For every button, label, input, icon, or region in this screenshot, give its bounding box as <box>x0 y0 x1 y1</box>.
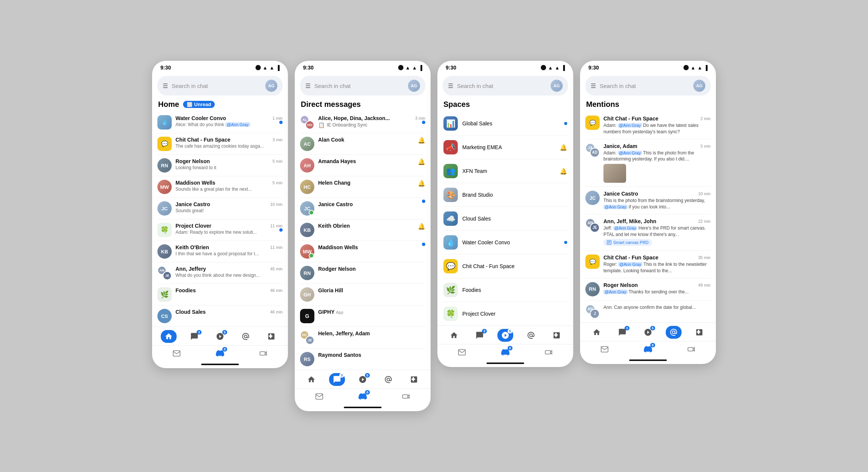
nav-spaces-3[interactable]: 5 <box>497 329 513 342</box>
section-title-3: Spaces <box>437 99 573 112</box>
chat-info: Helen, Jeffery, Adam <box>318 330 425 337</box>
list-item[interactable]: KB Keith O'Brien 11 min I thin that we h… <box>152 241 288 262</box>
hamburger-icon-1[interactable]: ☰ <box>163 82 168 89</box>
list-item[interactable]: JA AD Janice, Adam 5 min Adam: @Ann Gray… <box>580 139 716 187</box>
nav-spaces-2[interactable]: 5 <box>355 373 371 386</box>
nav-new-4[interactable] <box>691 326 707 339</box>
list-item[interactable]: 🍀 Project Clover <box>437 302 573 325</box>
tab-chat-2[interactable]: 8 <box>356 391 370 402</box>
nav-home-2[interactable] <box>303 373 319 386</box>
search-bar-2[interactable]: ☰ Search in chat AG <box>300 76 425 96</box>
nav-spaces[interactable]: 5 <box>212 330 228 343</box>
hamburger-icon-2[interactable]: ☰ <box>305 82 311 89</box>
battery-icon-1: ▐ <box>276 65 280 71</box>
chat-time: 11 min <box>270 224 283 228</box>
user-avatar-3[interactable]: AG <box>551 80 563 92</box>
list-item[interactable]: CS Cloud Sales 46 min <box>152 305 288 327</box>
list-item[interactable]: 👥 XFN Team 🔔 <box>437 159 573 183</box>
chat-time: 3 min <box>415 116 425 120</box>
nav-new-3[interactable] <box>549 329 565 342</box>
list-item[interactable]: 🌿 Foodies <box>437 278 573 302</box>
list-item[interactable]: AN JE Ann, Jeffery 45 min What do you th… <box>152 262 288 284</box>
list-item[interactable]: 📊 Global Sales <box>437 112 573 135</box>
nav-new-2[interactable] <box>406 373 422 386</box>
list-item[interactable]: 💬 Chit Chat - Fun Space <box>437 255 573 278</box>
hamburger-icon-3[interactable]: ☰ <box>448 82 453 89</box>
tab-chat-4[interactable]: 8 <box>641 344 655 355</box>
search-bar-4[interactable]: ☰ Search in chat AG <box>585 76 711 96</box>
nav-new[interactable] <box>263 330 279 343</box>
list-item[interactable]: 💧 Water Cooler Convo 1 min Alice: What d… <box>152 112 288 133</box>
list-item[interactable]: RN Roger Nelson 5 min Looking forward to… <box>152 155 288 176</box>
list-item[interactable]: RN Rodger Nelson <box>295 262 431 284</box>
list-item[interactable]: AN JE Ann, Jeff, Mike, John 22 min Jeff:… <box>580 214 716 251</box>
tab-mail-4[interactable] <box>597 344 612 355</box>
nav-home[interactable] <box>161 330 177 343</box>
list-item[interactable]: 💬 Chit Chat - Fun Space 3 min The cafe h… <box>152 133 288 154</box>
nav-chat-2[interactable]: 3 <box>329 373 345 386</box>
list-item[interactable]: ☁️ Cloud Sales <box>437 207 573 230</box>
tab-meet-1[interactable] <box>256 348 271 359</box>
avatar: MW <box>300 244 314 259</box>
nav-mentions-4[interactable] <box>666 326 682 339</box>
list-item[interactable]: JC Janice Castro 10 min This is the phot… <box>580 187 716 214</box>
nav-home-3[interactable] <box>446 329 462 342</box>
tab-mail-1[interactable] <box>169 348 184 359</box>
bottom-nav-3: 3 5 <box>437 325 573 344</box>
mention-preview: Adam: @Ann Gray Do we have the latest sa… <box>603 122 711 135</box>
user-avatar-1[interactable]: AG <box>265 80 277 92</box>
list-item[interactable]: MW Maddison Wells <box>295 241 431 262</box>
user-avatar-4[interactable]: AG <box>693 80 705 92</box>
list-item[interactable]: AN J Ann: Can anyone confirm the date fo… <box>580 301 716 322</box>
list-item[interactable]: KB Keith Obrien 🔔 <box>295 219 431 241</box>
nav-spaces-4[interactable]: 5 <box>640 326 656 339</box>
tab-meet-4[interactable] <box>684 344 699 355</box>
list-item[interactable]: JC Janice Castro 10 min Sounds great! <box>152 198 288 219</box>
tab-meet-3[interactable] <box>542 347 556 358</box>
list-item[interactable]: 📣 Marketing EMEA 🔔 <box>437 136 573 159</box>
list-item[interactable]: G GIPHY App <box>295 305 431 327</box>
search-bar-1[interactable]: ☰ Search in chat AG <box>157 76 283 96</box>
list-item[interactable]: AH Amanda Hayes 🔔 <box>295 155 431 176</box>
chat-name: Roger Nelson <box>175 158 210 164</box>
list-item[interactable]: 💬 Chit Chat - Fun Space 35 min Roger: @A… <box>580 251 716 278</box>
list-item[interactable]: 🍀 Project Clover 11 min Adam: Ready to e… <box>152 219 288 241</box>
user-avatar-2[interactable]: AG <box>408 80 420 92</box>
nav-home-4[interactable] <box>589 326 605 339</box>
list-item[interactable]: 💬 Chit Chat - Fun Space 2 min Adam: @Ann… <box>580 112 716 139</box>
list-item[interactable]: AC Alan Cook 🔔 <box>295 133 431 154</box>
list-item[interactable]: 🌿 Foodies 46 min <box>152 284 288 305</box>
nav-mentions[interactable] <box>238 330 254 343</box>
bottom-nav-2: 3 5 <box>295 370 431 388</box>
group-avatar: AN JE <box>157 266 172 280</box>
list-item[interactable]: MW Maddison Wells 5 min Sounds like a gr… <box>152 176 288 197</box>
list-item[interactable]: 🎨 Brand Studio <box>437 183 573 207</box>
nav-mentions-2[interactable] <box>380 373 396 386</box>
avatar: RN <box>157 158 172 173</box>
nav-mentions-3[interactable] <box>523 329 539 342</box>
list-item[interactable]: JC Janice Castro <box>295 198 431 219</box>
tab-mail-2[interactable] <box>312 391 326 402</box>
list-item[interactable]: GH Gloria Hill <box>295 284 431 305</box>
list-item[interactable]: RN Roger Nelson 49 min @Ann Gray Thanks … <box>580 278 716 300</box>
tab-chat-3[interactable]: 8 <box>498 347 512 358</box>
chat-preview: IE Onboarding Sync <box>327 122 367 128</box>
unread-badge-1[interactable]: ⬜ Unread <box>183 101 215 108</box>
tab-mail-3[interactable] <box>455 347 469 358</box>
chat-name: Project Clover <box>175 223 211 229</box>
list-item[interactable]: HC JE Helen, Jeffery, Adam <box>295 327 431 348</box>
hamburger-icon-4[interactable]: ☰ <box>591 82 596 89</box>
nav-chat-3[interactable]: 3 <box>472 329 488 342</box>
list-item[interactable]: HC Helen Chang 🔔 <box>295 176 431 197</box>
bottom-nav-1: 3 5 <box>152 327 288 345</box>
status-icons-4: ▲ ▲ ▐ <box>683 65 708 71</box>
nav-chat-4[interactable]: 3 <box>614 326 630 339</box>
list-item[interactable]: RS Raymond Santos <box>295 349 431 370</box>
nav-chat[interactable]: 3 <box>186 330 202 343</box>
list-item[interactable]: 💧 Water Cooler Convo <box>437 231 573 254</box>
tab-meet-2[interactable] <box>399 391 413 402</box>
tab-chat-1[interactable]: 8 <box>213 348 227 359</box>
search-bar-3[interactable]: ☰ Search in chat AG <box>443 76 568 96</box>
smart-canvas-badge[interactable]: Smart canvas PRD <box>603 239 652 246</box>
list-item[interactable]: AL HO Alice, Hope, Dina, Jackson... 3 mi… <box>295 112 431 133</box>
